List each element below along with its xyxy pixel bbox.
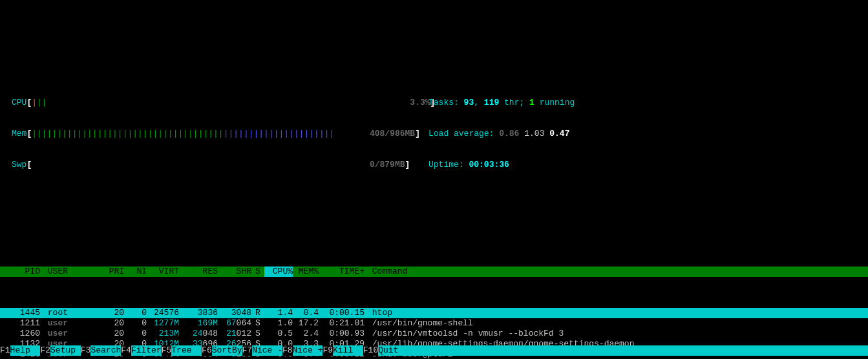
cpu-value: 3.3% (410, 98, 430, 107)
fnkey-f6[interactable]: F6 (202, 345, 212, 356)
fnkey-label-f4[interactable]: Filter (131, 345, 162, 356)
col-pri[interactable]: PRI (92, 267, 124, 277)
col-pid[interactable]: PID (0, 267, 40, 277)
load-average: Load average: 0.86 1.03 0.47 (429, 129, 868, 139)
fnkey-label-f5[interactable]: Tree (171, 345, 202, 356)
fnkey-f1[interactable]: F1 (0, 345, 10, 356)
col-mem[interactable]: MEM% (293, 267, 319, 277)
process-row[interactable]: 1445 root2002457638363048R1.40.40:00.15 … (0, 308, 868, 318)
fnkey-label-f3[interactable]: Search (90, 345, 121, 356)
fnkey-label-f8[interactable]: Nice + (293, 345, 323, 356)
cpu-label: CPU (12, 98, 26, 107)
fnkey-label-f2[interactable]: Setup (50, 345, 81, 356)
fnkey-label-f10[interactable]: Quit (378, 345, 408, 356)
col-res[interactable]: RES (179, 267, 218, 277)
fnkey-label-f7[interactable]: Nice - (252, 345, 282, 356)
col-ni[interactable]: NI (124, 267, 147, 277)
fnkey-f8[interactable]: F8 (282, 345, 293, 356)
mem-value: 408/986MB (370, 129, 415, 138)
fnkey-f7[interactable]: F7 (242, 345, 253, 356)
fnkey-f2[interactable]: F2 (40, 345, 50, 356)
swp-meter: Swp[ 0/879MB] (12, 160, 429, 170)
fnkey-f4[interactable]: F4 (121, 345, 131, 356)
col-s[interactable]: S (251, 267, 264, 277)
function-keys[interactable]: F1Help F2Setup F3SearchF4FilterF5Tree F6… (0, 345, 868, 356)
swp-value: 0/879MB (370, 160, 405, 169)
fnkey-label-f6[interactable]: SortBy (212, 345, 242, 356)
fnkey-f3[interactable]: F3 (81, 345, 91, 356)
fnkey-label-f1[interactable]: Help (10, 345, 41, 356)
fnkey-label-f9[interactable]: Kill (333, 345, 363, 356)
process-row[interactable]: 1211 user2001277M169M67064S1.017.20:21.0… (0, 318, 868, 329)
col-user[interactable]: USER (40, 267, 92, 277)
swp-label: Swp (12, 160, 26, 169)
uptime: Uptime: 00:03:36 (429, 160, 868, 170)
column-headers[interactable]: PID USER PRI NI VIRT RES SHR S CPU% MEM%… (0, 267, 868, 277)
col-virt[interactable]: VIRT (147, 267, 179, 277)
process-row[interactable]: 1260 user200213M2404821012S0.52.40:00.93… (0, 329, 868, 339)
mem-label: Mem (12, 129, 26, 138)
tasks-summary: Tasks: 93, 119 thr; 1 running (429, 98, 868, 108)
fnkey-f10[interactable]: F10 (363, 345, 378, 356)
fnkey-f5[interactable]: F5 (162, 345, 172, 356)
meters-panel: CPU[||| 3.3%] Mem[||||||||||||||||||||||… (0, 52, 868, 204)
col-cpu[interactable]: CPU% (264, 267, 293, 277)
col-cmd[interactable]: Command (367, 267, 868, 277)
fnkey-f9[interactable]: F9 (323, 345, 333, 356)
col-shr[interactable]: SHR (218, 267, 251, 277)
mem-meter: Mem[||||||||||||||||||||||||||||||||||||… (12, 129, 429, 139)
cpu-meter: CPU[||| 3.3%] (12, 98, 429, 108)
col-time[interactable]: TIME+ (319, 267, 367, 277)
